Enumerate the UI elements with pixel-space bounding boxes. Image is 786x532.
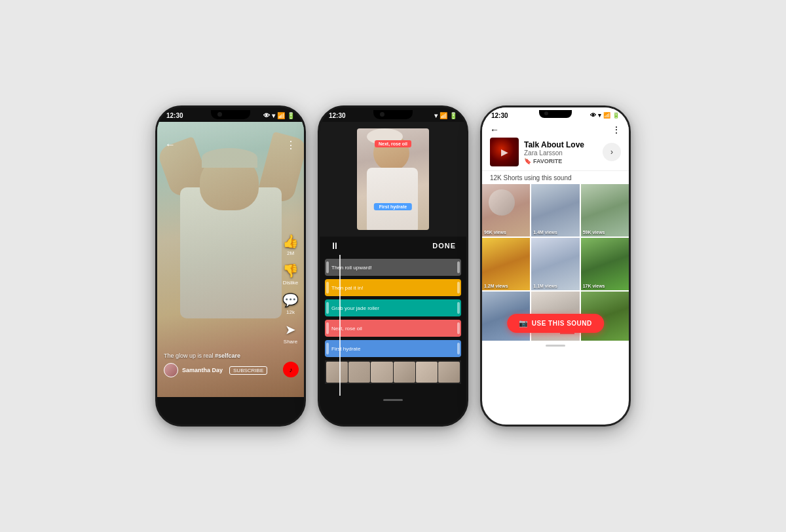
phone1-overlay: ← ⋮ 👍 2M 👎 Dislike 💬 12k [157, 122, 304, 397]
music-badge[interactable]: ♪ [283, 362, 299, 377]
dislike-icon: 👎 [282, 263, 299, 278]
back-button-3[interactable]: ← [490, 124, 499, 135]
dislike-label: Dislike [283, 280, 299, 286]
time-1: 12:30 [166, 112, 183, 119]
track-3[interactable]: Grab your jade roller [325, 299, 461, 316]
share-icon: ➤ [285, 322, 296, 337]
home-indicator-2 [383, 399, 403, 401]
scrubber-line [339, 255, 341, 396]
grid-views-3: 59K views [583, 230, 605, 235]
like-icon: 👍 [282, 233, 299, 249]
more-button-3[interactable]: ⋮ [612, 124, 621, 135]
dislike-action[interactable]: 👎 Dislike [282, 263, 299, 286]
sound-details: Talk About Love Zara Larsson 🔖 FAVORITE [524, 140, 597, 164]
track-handle-right-2[interactable] [457, 282, 460, 294]
camera-dot1 [217, 112, 222, 117]
grid-cell-2[interactable]: 1.4M views [531, 184, 579, 237]
signal3-icon: 📶 [603, 112, 610, 119]
grid-cell-6[interactable]: 17K views [581, 238, 629, 290]
eye3-icon: 👁 [590, 112, 596, 119]
use-sound-button[interactable]: 📷 USE THIS SOUND [507, 314, 604, 333]
avatar-1 [164, 363, 178, 377]
track-handle-left-3[interactable] [326, 302, 329, 314]
film-frame-1 [326, 362, 348, 383]
time-2: 12:30 [329, 112, 346, 119]
track-text-1: Then roll upward! [328, 265, 372, 271]
track-4[interactable]: Next, rose oil [325, 320, 461, 337]
film-frame-6 [438, 362, 460, 383]
phones-container: 12:30 👁 ▾ 📶 🔋 [142, 92, 644, 440]
video-grid-container: 96K views 1.4M views 59K views 1.2M view… [482, 184, 629, 341]
caption-blue-overlay: First hydrate [374, 203, 412, 210]
video-area[interactable]: ← ⋮ 👍 2M 👎 Dislike 💬 12k [157, 122, 304, 397]
track-5[interactable]: First hydrate [325, 340, 461, 357]
hashtag: #selfcare [215, 352, 240, 359]
track-handle-right-1[interactable] [457, 261, 460, 273]
grid-cell-3[interactable]: 59K views [581, 184, 629, 237]
signal2-icon: 📶 [440, 112, 447, 119]
comment-action[interactable]: 💬 12k [282, 292, 299, 315]
bottom-bar-2 [320, 396, 466, 404]
editor-preview: Next, rose oil First hydrate [320, 122, 466, 237]
film-frame-5 [416, 362, 438, 383]
comment-count: 12k [286, 309, 295, 315]
track-handle-right-4[interactable] [457, 322, 460, 334]
notch3 [539, 110, 572, 118]
sound-info: ▶ Talk About Love Zara Larsson 🔖 FAVORIT… [490, 138, 621, 166]
wifi-icon: ▾ [272, 112, 275, 119]
time-3: 12:30 [491, 112, 508, 119]
chevron-right-button[interactable]: › [603, 143, 621, 161]
camera-dot2 [380, 112, 384, 117]
track-handle-left-2[interactable] [326, 282, 329, 294]
bookmark-icon: 🔖 [524, 158, 531, 164]
grid-views-4: 1.2M views [484, 284, 508, 288]
grid-cell-4[interactable]: 1.2M views [482, 238, 530, 290]
like-action[interactable]: 👍 2M [282, 233, 299, 256]
filmstrip[interactable] [325, 360, 461, 384]
bottom-bar-3 [482, 341, 629, 350]
track-text-2: Then pat it in! [328, 285, 363, 291]
track-1[interactable]: Then roll upward! [325, 259, 461, 276]
favorite-button[interactable]: 🔖 FAVORITE [524, 158, 597, 164]
track-handle-left-1[interactable] [326, 261, 329, 273]
status-icons-2: ▾ 📶 🔋 [434, 112, 457, 119]
track-handle-left-4[interactable] [326, 322, 329, 334]
bottom-info: The glow up is real #selfcare Samantha D… [164, 352, 271, 377]
share-label: Share [284, 339, 297, 345]
share-action[interactable]: ➤ Share [284, 322, 297, 345]
battery-icon: 🔋 [287, 112, 295, 119]
camera-dot3 [544, 111, 548, 115]
more-button-1[interactable]: ⋮ [286, 139, 296, 151]
preview-video: Next, rose oil First hydrate [357, 128, 429, 230]
grid-cell-1[interactable]: 96K views [482, 184, 530, 237]
caption-red-overlay: Next, rose oil [375, 140, 411, 147]
play-icon: ▶ [501, 147, 508, 157]
timeline-area[interactable]: Then roll upward! Then pat it in! Grab y… [320, 255, 466, 396]
track-handle-right-5[interactable] [457, 343, 460, 354]
pause-button[interactable]: ⏸ [330, 240, 339, 251]
favorite-label: FAVORITE [533, 158, 562, 164]
done-button[interactable]: DONE [432, 242, 456, 250]
track-text-5: First hydrate [328, 346, 360, 352]
track-2[interactable]: Then pat it in! [325, 279, 461, 296]
track-handle-right-3[interactable] [457, 302, 460, 314]
track-handle-left-5[interactable] [326, 343, 329, 354]
subscribe-button[interactable]: SUBSCRIBE [229, 366, 267, 375]
status-icons-1: 👁 ▾ 📶 🔋 [263, 112, 295, 119]
phone1: 12:30 👁 ▾ 📶 🔋 [155, 105, 306, 427]
battery3-icon: 🔋 [612, 112, 620, 119]
film-frame-4 [394, 362, 415, 383]
grid-cell-5[interactable]: 1.1M views [531, 238, 579, 290]
sound-thumbnail: ▶ [490, 138, 519, 166]
status-icons-3: 👁 ▾ 📶 🔋 [590, 112, 620, 119]
track-text-4: Next, rose oil [328, 326, 362, 332]
grid-views-1: 96K views [484, 230, 506, 235]
wifi2-icon: ▾ [434, 112, 438, 119]
film-frame-2 [348, 362, 370, 383]
back-button-1[interactable]: ← [165, 139, 176, 151]
caption-plain: The glow up is real [164, 352, 215, 359]
caption-text: The glow up is real #selfcare [164, 352, 271, 359]
camera-icon: 📷 [519, 319, 529, 328]
notch1 [211, 110, 250, 119]
use-sound-label: USE THIS SOUND [532, 320, 592, 327]
